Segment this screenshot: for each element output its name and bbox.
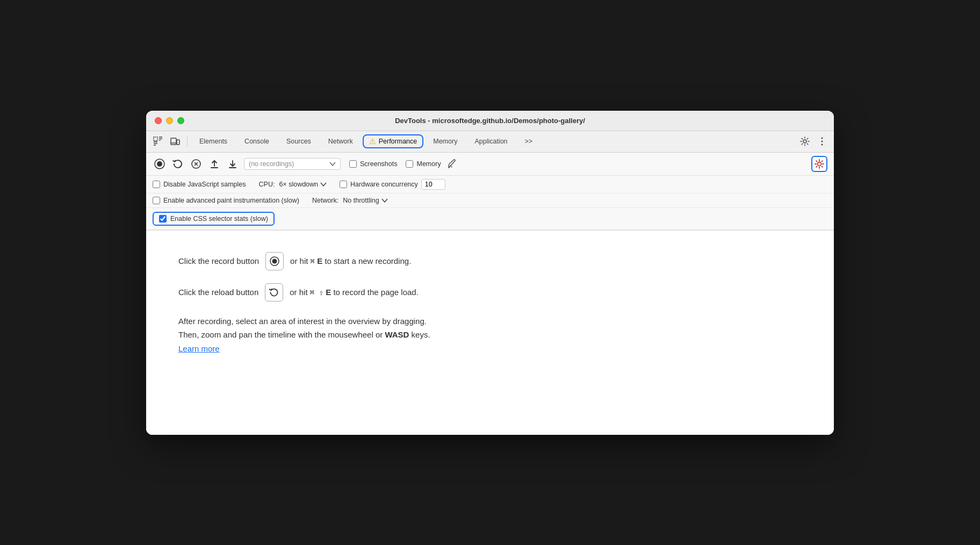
tab-memory[interactable]: Memory xyxy=(426,134,465,148)
minimize-button[interactable] xyxy=(166,117,173,124)
tab-more[interactable]: >> xyxy=(517,134,541,148)
svg-point-12 xyxy=(822,141,823,142)
network-select[interactable]: No throttling xyxy=(343,197,387,204)
learn-more-link[interactable]: Learn more xyxy=(178,344,220,353)
network-option-group: Network: No throttling xyxy=(312,197,388,204)
reload-icon-inline xyxy=(269,287,279,298)
upload-button[interactable] xyxy=(207,157,221,171)
instruction-reload-suffix: or hit ⌘ ⇧ E to record the page load. xyxy=(290,286,419,299)
record-icon-box xyxy=(265,252,284,270)
css-stats-checkbox[interactable] xyxy=(159,215,167,223)
css-stats-label[interactable]: Enable CSS selector stats (slow) xyxy=(170,215,268,223)
recordings-dropdown[interactable]: (no recordings) xyxy=(244,158,341,170)
instruction-record-suffix: or hit ⌘ E to start a new recording. xyxy=(290,255,411,268)
svg-point-21 xyxy=(818,162,822,166)
stop-button[interactable] xyxy=(189,157,203,171)
options-row-1: Disable JavaScript samples CPU: 6× slowd… xyxy=(146,176,834,193)
performance-settings-button[interactable] xyxy=(811,156,827,172)
tab-application[interactable]: Application xyxy=(467,134,515,148)
record-toolbar: (no recordings) Screenshots Memory xyxy=(146,153,834,176)
svg-point-11 xyxy=(822,138,823,139)
svg-point-10 xyxy=(803,140,806,143)
svg-point-23 xyxy=(272,259,277,263)
performance-panel: (no recordings) Screenshots Memory xyxy=(146,153,834,435)
reload-icon-box xyxy=(265,283,283,302)
disable-js-label[interactable]: Disable JavaScript samples xyxy=(163,181,246,188)
close-button[interactable] xyxy=(155,117,162,124)
svg-rect-7 xyxy=(171,138,176,145)
svg-point-13 xyxy=(822,144,823,146)
toolbar-right-actions xyxy=(797,134,830,149)
inspector-icons xyxy=(150,134,183,149)
hw-concurrency-value[interactable] xyxy=(421,179,445,190)
recordings-placeholder: (no recordings) xyxy=(249,160,327,168)
enable-paint-checkbox[interactable] xyxy=(153,197,160,204)
instruction-line3b-end: keys. xyxy=(409,330,430,339)
css-stats-option: Enable CSS selector stats (slow) xyxy=(153,212,275,226)
cpu-dropdown-icon xyxy=(320,182,327,187)
devtools-window: DevTools - microsoftedge.github.io/Demos… xyxy=(146,111,834,435)
network-dropdown-icon xyxy=(381,198,388,203)
tab-toolbar: Elements Console Sources Network ⚠ Perfo… xyxy=(146,131,834,153)
maximize-button[interactable] xyxy=(177,117,184,124)
reload-button[interactable] xyxy=(171,157,185,171)
devtools-more-button[interactable] xyxy=(815,134,830,149)
tab-console[interactable]: Console xyxy=(237,134,277,148)
tab-performance[interactable]: ⚠ Performance xyxy=(363,134,424,148)
screenshots-checkbox-group: Screenshots xyxy=(349,160,397,168)
cpu-label: CPU: xyxy=(259,181,275,188)
traffic-lights xyxy=(155,117,184,124)
instruction-record-prefix: Click the record button xyxy=(178,255,259,268)
instruction-reload: Click the reload button or hit ⌘ ⇧ E to … xyxy=(178,283,802,302)
disable-js-checkbox[interactable] xyxy=(153,181,160,188)
tab-sources[interactable]: Sources xyxy=(279,134,319,148)
device-emulation-icon[interactable] xyxy=(168,134,183,149)
dropdown-arrow-icon xyxy=(329,162,336,166)
record-button[interactable] xyxy=(153,157,167,171)
hw-concurrency-option: Hardware concurrency xyxy=(340,179,445,190)
instruction-line3a: After recording, select an area of inter… xyxy=(178,317,427,326)
record-icon-inline xyxy=(269,256,280,267)
hw-concurrency-checkbox[interactable] xyxy=(340,181,347,188)
memory-checkbox[interactable] xyxy=(406,160,413,168)
main-instructions: Click the record button or hit ⌘ E to st… xyxy=(146,231,834,435)
instruction-line3b-prefix: Then, zoom and pan the timeline with the… xyxy=(178,330,385,339)
cpu-select[interactable]: 6× slowdown xyxy=(279,181,327,188)
toolbar-divider-1 xyxy=(187,136,188,147)
cpu-value: 6× slowdown xyxy=(279,181,318,188)
disable-js-option: Disable JavaScript samples xyxy=(153,181,246,188)
tab-performance-label: Performance xyxy=(379,138,417,145)
screenshots-checkbox[interactable] xyxy=(349,160,357,168)
options-row-2: Enable advanced paint instrumentation (s… xyxy=(146,193,834,208)
tab-elements[interactable]: Elements xyxy=(192,134,235,148)
hw-concurrency-label[interactable]: Hardware concurrency xyxy=(350,181,418,188)
svg-rect-0 xyxy=(154,137,157,141)
devtools-settings-button[interactable] xyxy=(797,134,812,149)
window-title: DevTools - microsoftedge.github.io/Demos… xyxy=(395,117,585,125)
memory-checkbox-group: Memory xyxy=(406,160,441,168)
instruction-record: Click the record button or hit ⌘ E to st… xyxy=(178,252,802,270)
download-button[interactable] xyxy=(226,157,240,171)
titlebar: DevTools - microsoftedge.github.io/Demos… xyxy=(146,111,834,131)
enable-paint-label[interactable]: Enable advanced paint instrumentation (s… xyxy=(163,197,299,204)
inspect-element-icon[interactable] xyxy=(150,134,165,149)
enable-paint-option: Enable advanced paint instrumentation (s… xyxy=(153,197,299,204)
tab-network[interactable]: Network xyxy=(321,134,361,148)
paint-icon[interactable] xyxy=(445,157,459,171)
instruction-after-recording: After recording, select an area of inter… xyxy=(178,314,802,356)
cpu-option-group: CPU: 6× slowdown xyxy=(259,181,327,188)
css-stats-row: Enable CSS selector stats (slow) xyxy=(146,208,834,231)
screenshots-label[interactable]: Screenshots xyxy=(360,160,397,168)
wasd-keys: WASD xyxy=(385,330,409,339)
performance-warning-icon: ⚠ xyxy=(369,137,376,146)
svg-rect-8 xyxy=(177,140,179,145)
svg-point-15 xyxy=(157,161,162,167)
memory-label[interactable]: Memory xyxy=(416,160,441,168)
instruction-reload-prefix: Click the reload button xyxy=(178,286,258,299)
network-value: No throttling xyxy=(343,197,379,204)
network-label: Network: xyxy=(312,197,338,204)
